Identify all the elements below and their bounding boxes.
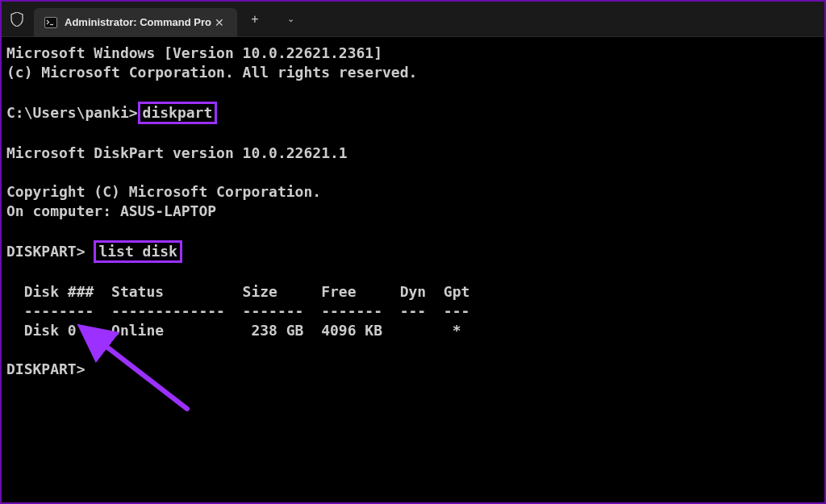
diskpart-prompt-empty: DISKPART> [6, 360, 86, 377]
tab-actions: + ⌄ [237, 2, 308, 37]
prompt-user: C:\Users\panki> [6, 104, 138, 121]
svg-rect-0 [45, 17, 57, 27]
diskpart-prompt: DISKPART> [6, 243, 94, 260]
command-list-disk: list disk [94, 240, 182, 263]
terminal-icon [44, 15, 58, 30]
command-diskpart: diskpart [138, 102, 218, 124]
diskpart-version: Microsoft DiskPart version 10.0.22621.1 [6, 144, 348, 161]
table-row-disk0: Disk 0 Online 238 GB 4096 KB * [6, 322, 461, 339]
tab-active[interactable]: Administrator: Command Pro ✕ [34, 8, 237, 37]
new-tab-button[interactable]: + [237, 2, 273, 37]
tab-dropdown-button[interactable]: ⌄ [273, 2, 308, 37]
version-line: Microsoft Windows [Version 10.0.22621.23… [6, 44, 382, 61]
tab-close-button[interactable]: ✕ [211, 15, 227, 31]
copyright-line: (c) Microsoft Corporation. All rights re… [6, 64, 417, 81]
tab-title: Administrator: Command Pro [65, 16, 211, 28]
table-header: Disk ### Status Size Free Dyn Gpt [6, 283, 469, 300]
computer-name: On computer: ASUS-LAPTOP [6, 202, 216, 219]
shield-icon [2, 2, 32, 37]
table-divider: -------- ------------- ------- ------- -… [6, 302, 469, 319]
diskpart-copyright: Copyright (C) Microsoft Corporation. [6, 183, 321, 200]
titlebar: Administrator: Command Pro ✕ + ⌄ [2, 2, 824, 37]
terminal-output[interactable]: Microsoft Windows [Version 10.0.22621.23… [2, 37, 824, 502]
